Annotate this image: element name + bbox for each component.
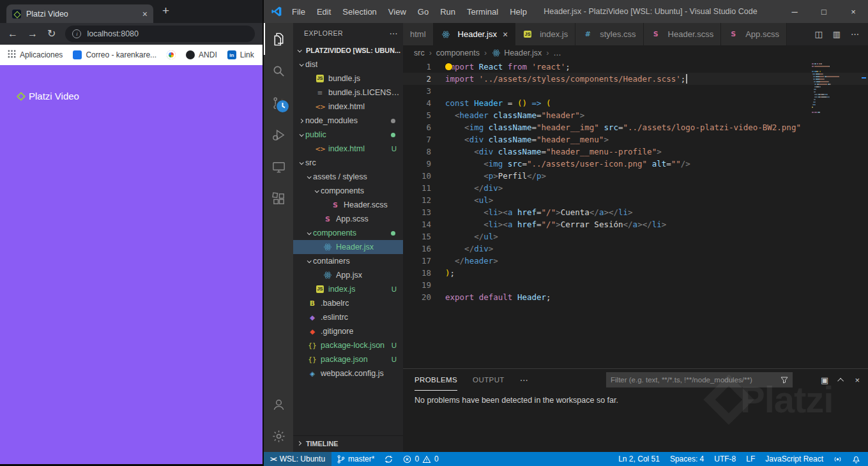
code-line-13[interactable]: 13 <li><a href="/">Cuenta</a></li> (403, 206, 868, 218)
status-javascript-react[interactable]: JavaScript React (760, 452, 828, 466)
tree-item-app-jsx[interactable]: App.jsx (293, 268, 403, 282)
source-control-icon[interactable] (264, 87, 293, 119)
bookmark-item[interactable] (167, 50, 176, 59)
explorer-icon[interactable] (264, 23, 293, 55)
bookmark-correo-karenkare[interactable]: Correo - karenkare... (73, 50, 156, 59)
tree-item-package-json[interactable]: {}package.jsonU (293, 352, 403, 366)
menu-help[interactable]: Help (504, 7, 533, 17)
breadcrumb-item-header-jsx[interactable]: Header.jsx (491, 49, 542, 57)
code-line-19[interactable]: 19 (403, 279, 868, 291)
notifications-bell-icon[interactable] (847, 452, 865, 466)
tree-item-bundle-js-license-txt[interactable]: ≡bundle.js.LICENSE.txt (293, 86, 403, 100)
lightbulb-icon[interactable] (445, 63, 452, 70)
editor-more-icon[interactable]: ⋯ (851, 29, 859, 39)
tree-item-components[interactable]: components (293, 184, 403, 198)
menu-go[interactable]: Go (412, 7, 434, 17)
extensions-icon[interactable] (264, 183, 293, 214)
browser-tab[interactable]: Platzi Video × (6, 4, 153, 23)
code-line-3[interactable]: 3 (403, 85, 868, 97)
editor-layout-icon[interactable]: ▥ (833, 29, 841, 39)
forward-icon[interactable]: → (27, 29, 38, 39)
menu-view[interactable]: View (383, 7, 412, 17)
split-editor-icon[interactable]: ◫ (814, 29, 822, 39)
code-line-14[interactable]: 14 <li><a href="/">Cerrar Sesión</a></li… (403, 218, 868, 230)
code-line-16[interactable]: 16 </div> (403, 243, 868, 255)
minimap[interactable] (812, 63, 839, 114)
bookmark-aplicaciones[interactable]: Aplicaciones (8, 50, 63, 60)
code-line-4[interactable]: 4const Header = () => ( (403, 97, 868, 109)
remote-explorer-icon[interactable] (264, 151, 293, 183)
tree-item-webpack-config-js[interactable]: ◈webpack.config.js (293, 366, 403, 380)
menu-file[interactable]: File (286, 7, 311, 17)
minimize-button[interactable]: ─ (780, 0, 809, 23)
code-line-10[interactable]: 10 <p>Perfil</p> (403, 170, 868, 182)
bookmark-andi[interactable]: ANDI (186, 50, 217, 59)
site-info-icon[interactable]: i (72, 29, 81, 38)
code-line-20[interactable]: 20export default Header; (403, 291, 868, 303)
status-lf[interactable]: LF (741, 452, 760, 466)
broadcast-icon[interactable] (828, 452, 847, 466)
filter-input[interactable] (611, 376, 777, 384)
tree-item-index-js[interactable]: JSindex.jsU (293, 282, 403, 296)
tree-item-gitignore[interactable]: ◆.gitignore (293, 324, 403, 338)
tab-header-jsx[interactable]: Header.jsx× (434, 23, 516, 45)
code-line-1[interactable]: 1import React from 'react'; (403, 61, 868, 73)
bookmark-link[interactable]: inLink (227, 50, 254, 59)
tree-item-assets-styless[interactable]: assets / styless (293, 170, 403, 184)
tree-item-src[interactable]: src (293, 156, 403, 170)
breadcrumb-item-item[interactable]: … (553, 49, 561, 57)
code-editor[interactable]: 1import React from 'react';2import '../a… (403, 61, 868, 368)
code-line-11[interactable]: 11 </div> (403, 182, 868, 194)
menu-edit[interactable]: Edit (311, 7, 337, 17)
new-tab-button[interactable]: + (162, 4, 169, 18)
menu-terminal[interactable]: Terminal (461, 7, 504, 17)
tree-item-index-html[interactable]: <>index.htmlU (293, 142, 403, 156)
tree-item-package-lock-json[interactable]: {}package-lock.jsonU (293, 338, 403, 352)
panel-more-icon[interactable]: ⋯ (520, 375, 528, 385)
code-line-2[interactable]: 2import '../assets/styless/components/He… (403, 73, 868, 85)
code-line-5[interactable]: 5 <header className="header"> (403, 109, 868, 121)
search-icon[interactable] (264, 55, 293, 87)
explorer-more-icon[interactable]: ⋯ (390, 29, 399, 38)
tab-styles-css[interactable]: #styles.css (575, 23, 643, 45)
tree-item-containers[interactable]: containers (293, 254, 403, 268)
code-line-6[interactable]: 6 <img className="header__img" src="../a… (403, 121, 868, 133)
breadcrumb-item-components[interactable]: components (436, 49, 480, 57)
panel-close-icon[interactable]: × (855, 375, 860, 385)
code-line-7[interactable]: 7 <div className="header__menu"> (403, 133, 868, 146)
problems-summary[interactable]: 0 0 (398, 452, 443, 466)
tree-item-components[interactable]: components (293, 226, 403, 240)
reload-icon[interactable]: ↻ (47, 29, 56, 39)
problems-filter[interactable] (606, 372, 793, 387)
panel-views-icon[interactable]: ▣ (821, 375, 828, 385)
account-icon[interactable] (264, 388, 293, 420)
code-line-15[interactable]: 15 </ul> (403, 230, 868, 243)
tree-item-bundle-js[interactable]: JSbundle.js (293, 71, 403, 86)
tab-index-js[interactable]: JSindex.js (515, 23, 575, 45)
tree-item-app-scss[interactable]: SApp.scss (293, 212, 403, 226)
status-spaces-4[interactable]: Spaces: 4 (665, 452, 709, 466)
code-line-18[interactable]: 18); (403, 267, 868, 279)
tab-app-scss[interactable]: SApp.scss (721, 23, 787, 45)
tree-item-babelrc[interactable]: B.babelrc (293, 296, 403, 310)
workspace-section-header[interactable]: PLATZIVIDEO [WSL: UBUN... (293, 43, 403, 57)
git-branch-item[interactable]: master* (331, 452, 379, 466)
tree-item-dist[interactable]: dist (293, 57, 403, 71)
tree-item-eslintrc[interactable]: ◆.eslintrc (293, 310, 403, 324)
close-tab-icon[interactable]: × (142, 9, 148, 19)
tab-header-scss[interactable]: SHeader.scss (644, 23, 722, 45)
breadcrumb[interactable]: src›components›Header.jsx›… (403, 45, 868, 61)
maximize-button[interactable]: □ (809, 0, 839, 23)
tree-item-header-jsx[interactable]: Header.jsx (293, 240, 403, 254)
panel-tab-output[interactable]: OUTPUT (473, 369, 505, 391)
close-button[interactable]: × (839, 0, 868, 23)
code-line-9[interactable]: 9 <img src="../assets/user-icon.png" alt… (403, 158, 868, 170)
back-icon[interactable]: ← (8, 29, 18, 39)
tab-html[interactable]: html (403, 23, 434, 45)
remote-indicator[interactable]: >< WSL: Ubuntu (264, 452, 331, 466)
address-bar[interactable]: i localhost:8080 (65, 26, 255, 42)
timeline-section[interactable]: TIMELINE (293, 435, 403, 451)
sync-button[interactable] (379, 452, 398, 466)
menu-run[interactable]: Run (434, 7, 461, 17)
settings-gear-icon[interactable] (264, 420, 293, 452)
